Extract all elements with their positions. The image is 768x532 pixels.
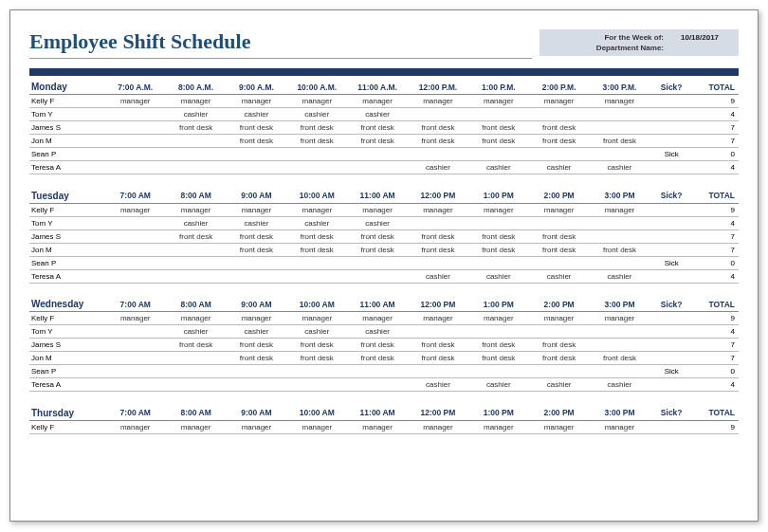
shift-cell: front desk [529,229,590,243]
time-header: 7:00 AM [105,187,166,204]
time-header: 1:00 PM [468,404,529,421]
time-header: 7:00 AM [105,295,166,312]
shift-cell: front desk [227,339,287,352]
shift-cell: cashier [408,269,468,283]
shift-cell [408,108,468,121]
employee-name: Teresa A [29,161,105,174]
sick-cell [649,216,693,229]
time-header: 12:00 PM [408,295,468,312]
shift-cell: manager [590,203,650,216]
total-cell: 7 [693,352,739,365]
shift-cell: manager [347,95,408,108]
shift-cell: front desk [468,135,529,148]
day-header-row: Wednesday7:00 AM8:00 AM9:00 AM10:00 AM11… [29,295,739,312]
shift-cell: manager [468,312,529,325]
shift-cell: front desk [468,229,529,243]
employee-name: Kelly F [29,312,105,325]
day-gap [29,283,739,295]
shift-cell: cashier [166,325,227,339]
shift-cell [529,365,590,378]
employee-row: James Sfront deskfront deskfront deskfro… [29,121,739,135]
employee-row: Sean PSick0 [29,256,739,269]
employee-name: Sean P [29,365,105,378]
employee-row: Kelly Fmanagermanagermanagermanagermanag… [29,95,739,108]
shift-cell: front desk [529,135,590,148]
shift-cell: manager [105,203,166,216]
shift-cell: manager [408,95,468,108]
shift-cell: cashier [227,325,287,339]
employee-name: Sean P [29,148,105,161]
sick-header: Sick? [649,404,693,421]
time-header: 11:00 AM [347,187,408,204]
dept-name-value [681,43,733,53]
sick-cell [649,121,693,135]
shift-cell [347,148,408,161]
sick-cell: Sick [649,256,693,269]
shift-cell [286,365,347,378]
sick-cell [649,229,693,243]
shift-cell: manager [590,95,650,108]
shift-cell: cashier [286,108,347,121]
total-header: TOTAL [693,295,739,312]
time-header: 11:00 AM [347,404,408,421]
shift-cell: manager [408,420,468,433]
employee-row: James Sfront deskfront deskfront deskfro… [29,229,739,243]
shift-cell [468,148,529,161]
shift-cell [105,325,166,339]
employee-row: Jon Mfront deskfront deskfront deskfront… [29,135,739,148]
total-cell: 4 [693,269,739,283]
shift-cell: manager [590,312,650,325]
employee-name: Tom Y [29,216,105,229]
time-header: 10:00 A.M. [286,78,347,95]
shift-cell: manager [468,95,529,108]
employee-name: Teresa A [29,269,105,283]
shift-cell [590,148,650,161]
shift-cell: front desk [347,352,408,365]
shift-cell [590,216,650,229]
shift-cell: front desk [468,243,529,256]
shift-cell [166,378,227,392]
shift-cell: manager [166,203,227,216]
shift-cell: manager [529,420,590,433]
total-cell: 7 [693,229,739,243]
shift-cell [227,378,287,392]
time-header: 9:00 AM [227,187,287,204]
shift-cell: manager [408,312,468,325]
sick-cell [649,339,693,352]
shift-cell [105,269,166,283]
employee-name: Sean P [29,256,105,269]
time-header: 2:00 PM [529,404,590,421]
shift-cell [227,269,287,283]
shift-cell: cashier [529,378,590,392]
shift-cell [408,148,468,161]
shift-cell: front desk [166,229,227,243]
shift-cell [347,378,408,392]
shift-cell: cashier [590,269,650,283]
shift-cell: front desk [347,339,408,352]
total-cell: 7 [693,339,739,352]
shift-cell: manager [347,312,408,325]
shift-cell [468,325,529,339]
time-header: 9:00 AM [227,404,287,421]
shift-cell [105,243,166,256]
shift-cell: cashier [468,378,529,392]
shift-cell: manager [227,95,287,108]
employee-row: Tom Ycashiercashiercashiercashier4 [29,108,739,121]
shift-cell: cashier [347,216,408,229]
sick-cell [649,312,693,325]
shift-cell: cashier [227,108,287,121]
employee-row: Teresa Acashiercashiercashiercashier4 [29,161,739,174]
shift-cell: cashier [227,216,287,229]
shift-cell [105,339,166,352]
shift-cell: front desk [227,352,287,365]
shift-cell: front desk [408,243,468,256]
sick-cell: Sick [649,148,693,161]
shift-cell [105,365,166,378]
shift-cell [347,161,408,174]
time-header: 3:00 P.M. [590,78,650,95]
shift-cell: front desk [408,135,468,148]
time-header: 12:00 PM [408,404,468,421]
shift-cell: cashier [286,216,347,229]
shift-cell: front desk [227,135,287,148]
shift-cell: front desk [347,243,408,256]
